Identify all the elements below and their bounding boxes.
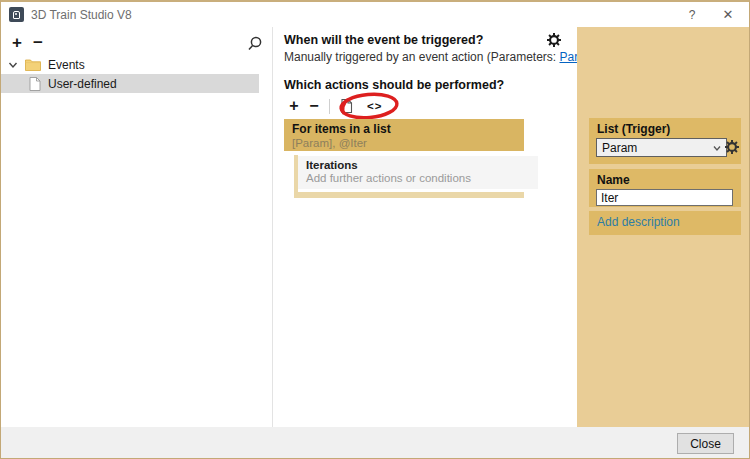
action-block-for-items[interactable]: For items in a list [Param], @Iter bbox=[284, 119, 524, 151]
remove-action-button[interactable]: − bbox=[304, 97, 324, 115]
name-label: Name bbox=[597, 173, 733, 187]
tree-item-label: User-defined bbox=[48, 77, 117, 91]
help-button[interactable]: ? bbox=[675, 2, 709, 27]
tree-item-events[interactable]: Events bbox=[1, 55, 272, 74]
tree-item-label: Events bbox=[48, 58, 85, 72]
inspector-panel: List (Trigger) Param Name Add descriptio… bbox=[577, 27, 750, 430]
iterations-title: Iterations bbox=[306, 159, 530, 171]
list-settings-gear-icon[interactable] bbox=[725, 140, 739, 154]
code-view-button[interactable]: <> bbox=[359, 98, 390, 114]
trigger-heading: When will the event be triggered? bbox=[284, 33, 483, 47]
list-dropdown[interactable]: Param bbox=[596, 138, 727, 157]
add-description-card[interactable]: Add description bbox=[589, 211, 741, 235]
event-detail-panel: When will the event be triggered? Manual… bbox=[284, 27, 577, 430]
document-icon bbox=[29, 77, 41, 91]
chevron-down-icon bbox=[710, 141, 724, 155]
close-button[interactable]: Close bbox=[677, 433, 734, 454]
list-trigger-card: List (Trigger) Param bbox=[589, 118, 741, 164]
iterations-slot[interactable]: Iterations Add further actions or condit… bbox=[298, 156, 538, 189]
event-tree: Events User-defined bbox=[1, 55, 272, 93]
trigger-settings-gear-icon[interactable] bbox=[547, 33, 561, 47]
chevron-down-icon[interactable] bbox=[8, 60, 18, 70]
search-icon[interactable] bbox=[246, 35, 264, 53]
tree-item-user-defined[interactable]: User-defined bbox=[1, 74, 259, 93]
list-trigger-label: List (Trigger) bbox=[597, 122, 733, 136]
paste-icon[interactable] bbox=[338, 97, 356, 115]
footer-bar: Close bbox=[1, 427, 749, 458]
iterations-hint: Add further actions or conditions bbox=[306, 172, 530, 184]
close-window-button[interactable]: ✕ bbox=[711, 2, 745, 27]
title-bar: 3D Train Studio V8 ? ✕ bbox=[1, 2, 749, 27]
tree-toolbar: + − bbox=[1, 32, 272, 56]
remove-event-button[interactable]: − bbox=[27, 32, 49, 54]
folder-icon bbox=[25, 58, 41, 71]
app-icon bbox=[9, 7, 24, 22]
actions-heading: Which actions should be performed? bbox=[284, 78, 504, 92]
action-block-title: For items in a list bbox=[292, 122, 516, 136]
action-block-params: [Param], @Iter bbox=[292, 137, 516, 149]
add-action-button[interactable]: + bbox=[284, 97, 304, 115]
add-event-button[interactable]: + bbox=[6, 32, 28, 54]
add-description-link[interactable]: Add description bbox=[597, 215, 733, 229]
trigger-description: Manually triggered by an event action (P… bbox=[284, 50, 602, 64]
name-card: Name bbox=[589, 169, 741, 207]
trigger-description-text: Manually triggered by an event action (P… bbox=[284, 50, 559, 64]
toolbar-separator bbox=[329, 99, 330, 114]
window-title: 3D Train Studio V8 bbox=[31, 8, 132, 22]
name-input[interactable] bbox=[596, 189, 733, 206]
app-window: 3D Train Studio V8 ? ✕ + − Events User-d… bbox=[0, 0, 750, 459]
list-dropdown-value: Param bbox=[597, 141, 710, 155]
actions-toolbar: + − <> bbox=[284, 95, 390, 117]
event-tree-panel: + − Events User-defined bbox=[1, 27, 273, 430]
action-block-footer-strip bbox=[294, 192, 524, 198]
